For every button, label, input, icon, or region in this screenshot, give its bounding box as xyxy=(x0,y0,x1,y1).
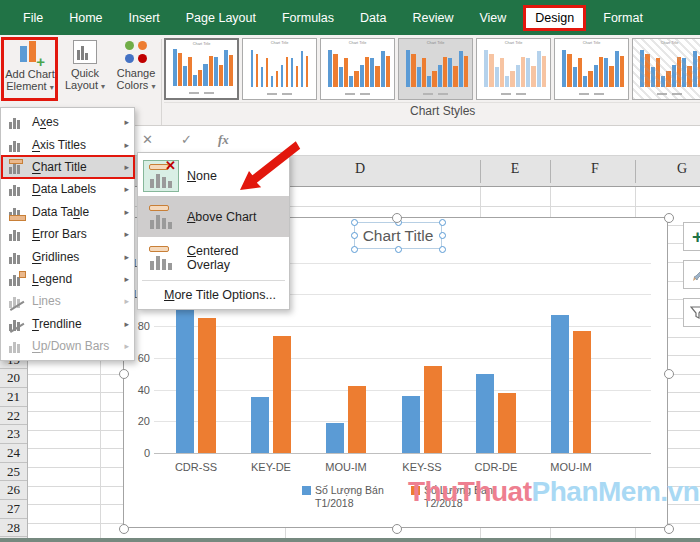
menu-item-chart-title[interactable]: Chart Title▸ xyxy=(1,156,134,178)
tab-page-layout[interactable]: Page Layout xyxy=(173,11,269,25)
submenu-item-none[interactable]: None xyxy=(138,155,289,196)
row-header-22[interactable]: 22 xyxy=(0,407,27,426)
chart-style-4[interactable]: Chart Title xyxy=(398,38,473,100)
tab-data[interactable]: Data xyxy=(347,11,399,25)
cancel-icon[interactable]: ✕ xyxy=(142,132,153,147)
bar-blue-cdr-ss[interactable] xyxy=(176,305,194,453)
row-header-28[interactable]: 28 xyxy=(0,519,27,538)
thumb-bars xyxy=(406,49,468,87)
column-header-E[interactable]: E xyxy=(495,161,535,177)
chart-selection-handle[interactable] xyxy=(392,213,402,223)
submenu-item-above-chart[interactable]: Above Chart xyxy=(138,196,289,237)
chart-styles-group-label: Chart Styles xyxy=(410,104,475,118)
menu-item-label: Gridlines xyxy=(32,250,79,264)
submenu-item-more-title-options[interactable]: More Title Options... xyxy=(138,283,289,307)
chart-style-7[interactable]: Chart Title xyxy=(632,38,700,100)
menu-item-data-labels[interactable]: Data Labels▸ xyxy=(1,178,134,200)
column-header-F[interactable]: F xyxy=(575,161,615,177)
bar-blue-mou-im[interactable] xyxy=(326,423,344,453)
submenu-arrow-icon: ▸ xyxy=(124,207,129,217)
change-colors-button[interactable]: Change Colors ▾ xyxy=(112,40,160,91)
insert-function-icon[interactable]: fx xyxy=(218,132,229,148)
chart-styles-button[interactable] xyxy=(683,260,700,289)
data-table-icon xyxy=(9,205,26,219)
tab-file[interactable]: File xyxy=(10,11,56,25)
row-header-24[interactable]: 24 xyxy=(0,444,27,463)
row-header-21[interactable]: 21 xyxy=(0,388,27,407)
chart-style-5[interactable]: Chart Title xyxy=(476,38,551,100)
error-bars-icon xyxy=(9,227,26,241)
title-selection-handle[interactable] xyxy=(351,232,358,239)
chart-selection-handle[interactable] xyxy=(664,524,674,534)
submenu-arrow-icon: ▸ xyxy=(124,140,129,150)
bar-blue-cdr-de[interactable] xyxy=(476,374,494,453)
bar-orange-cdr-de[interactable] xyxy=(498,393,516,453)
chart-selection-handle[interactable] xyxy=(392,524,402,534)
chart-elements-button[interactable]: + xyxy=(683,222,700,251)
tab-view[interactable]: View xyxy=(466,11,519,25)
row-header-25[interactable]: 25 xyxy=(0,463,27,482)
title-centered-overlay-icon xyxy=(144,243,178,273)
tab-review[interactable]: Review xyxy=(399,11,466,25)
bar-orange-mou-im[interactable] xyxy=(573,331,591,453)
chart-selection-handle[interactable] xyxy=(119,369,129,379)
title-selection-handle[interactable] xyxy=(395,246,402,253)
chart-style-3[interactable]: Chart Title xyxy=(320,38,395,100)
y-axis-tick-label: 0 xyxy=(124,447,150,459)
chart-style-1[interactable]: Chart Title xyxy=(164,38,239,100)
bar-orange-mou-im[interactable] xyxy=(348,386,366,453)
chart-selection-handle[interactable] xyxy=(119,524,129,534)
title-selection-handle[interactable] xyxy=(439,219,446,226)
row-header-20[interactable]: 20 xyxy=(0,369,27,388)
chart-title-textbox[interactable]: Chart Title xyxy=(354,222,442,249)
chart-style-2[interactable]: Chart Title xyxy=(242,38,317,100)
submenu-item-centered-overlay[interactable]: Centered Overlay xyxy=(138,237,289,278)
row-header-23[interactable]: 23 xyxy=(0,425,27,444)
menu-item-axes[interactable]: Axes▸ xyxy=(1,111,134,133)
menu-item-gridlines[interactable]: Gridlines▸ xyxy=(1,245,134,267)
excel-window: 19202122232425262728 DEFG ✕ ✓ fx Chart T… xyxy=(0,0,700,542)
title-selection-handle[interactable] xyxy=(439,232,446,239)
thumb-title: Chart Title xyxy=(182,42,221,46)
tab-formulas[interactable]: Formulas xyxy=(269,11,347,25)
column-header-G[interactable]: G xyxy=(662,161,700,177)
ribbon-tab-bar: FileHomeInsertPage LayoutFormulasDataRev… xyxy=(0,0,700,35)
tab-format[interactable]: Format xyxy=(590,11,656,25)
add-chart-element-button[interactable]: + Add Chart Element ▾ xyxy=(4,40,56,92)
chart-style-6[interactable]: Chart Title xyxy=(554,38,629,100)
bar-orange-key-de[interactable] xyxy=(273,336,291,453)
thumb-title: Chart Title xyxy=(337,41,377,45)
column-header-D[interactable]: D xyxy=(340,161,380,177)
tab-home[interactable]: Home xyxy=(56,11,115,25)
legend-item[interactable]: Số Lượng Bán T1/2018 xyxy=(302,484,395,510)
menu-item-data-table[interactable]: Data Table▸ xyxy=(1,201,134,223)
quick-layout-button[interactable]: Quick Layout ▾ xyxy=(62,40,108,91)
submenu-item-label: Centered Overlay xyxy=(187,244,283,272)
chart-selection-handle[interactable] xyxy=(664,369,674,379)
column-divider xyxy=(480,160,481,183)
menu-item-axis-titles[interactable]: Axis Titles▸ xyxy=(1,133,134,155)
tab-insert[interactable]: Insert xyxy=(116,11,173,25)
bar-blue-mou-im[interactable] xyxy=(551,315,569,453)
funnel-icon xyxy=(690,305,700,320)
quick-layout-label1: Quick xyxy=(71,67,99,79)
row-header-26[interactable]: 26 xyxy=(0,481,27,500)
row-header-27[interactable]: 27 xyxy=(0,500,27,519)
bar-orange-cdr-ss[interactable] xyxy=(198,318,216,453)
chart-selection-handle[interactable] xyxy=(664,213,674,223)
title-selection-handle[interactable] xyxy=(351,219,358,226)
gridlines-icon xyxy=(9,250,26,264)
chart-filters-button[interactable] xyxy=(683,298,700,327)
status-bar-edge xyxy=(0,538,700,542)
bar-blue-key-de[interactable] xyxy=(251,397,269,453)
tab-design[interactable]: Design xyxy=(523,5,586,31)
menu-item-error-bars[interactable]: Error Bars▸ xyxy=(1,223,134,245)
bar-blue-key-ss[interactable] xyxy=(402,396,420,453)
title-selection-handle[interactable] xyxy=(439,246,446,253)
submenu-arrow-icon: ▸ xyxy=(124,274,129,284)
enter-icon[interactable]: ✓ xyxy=(181,132,192,147)
menu-item-legend[interactable]: Legend▸ xyxy=(1,268,134,290)
bar-orange-key-ss[interactable] xyxy=(424,366,442,453)
title-selection-handle[interactable] xyxy=(351,246,358,253)
menu-item-trendline[interactable]: Trendline▸ xyxy=(1,313,134,335)
